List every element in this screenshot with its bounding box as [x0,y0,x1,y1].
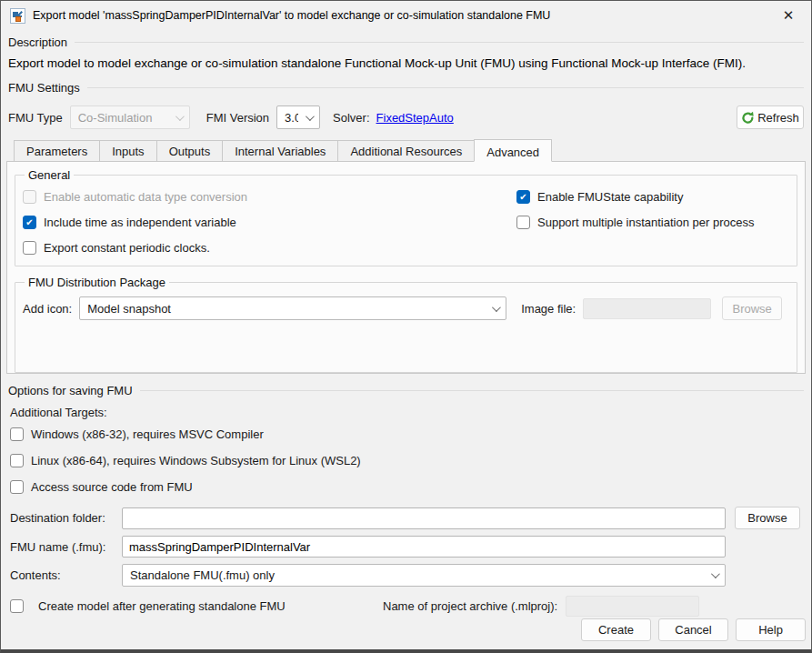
fmu-export-app-icon [10,8,25,24]
add-icon-row: Add icon: Model snapshot Image file: Bro… [23,296,789,320]
checkbox-row-time-independent: Include time as independent variable [23,209,509,235]
fmu-type-label: FMU Type [8,111,63,125]
checkbox-windows-x86-32[interactable] [10,427,24,441]
create-model-row: Create model after generating standalone… [1,596,811,617]
destination-folder-row: Destination folder: Browse [1,507,811,529]
additional-targets-label: Additional Targets: [10,406,811,419]
grid-spacer [516,235,789,260]
refresh-label: Refresh [757,111,799,125]
tab-advanced[interactable]: Advanced [474,139,552,162]
fmu-distribution-groupbox: FMU Distribution Package Add icon: Model… [15,276,797,373]
image-file-input [583,298,711,319]
fmu-name-input[interactable] [122,536,726,558]
checkbox-row-windows-target: Windows (x86-32), requires MSVC Compiler [10,421,811,447]
description-section-header: Description [8,35,804,49]
checkbox-time-independent-variable[interactable] [23,216,36,229]
close-icon[interactable]: ✕ [773,3,804,28]
tab-outputs[interactable]: Outputs [156,140,224,161]
tab-inputs[interactable]: Inputs [99,140,156,161]
checkbox-auto-data-type [23,190,36,204]
saving-options-section-header: Options for saving FMU [8,384,804,397]
add-icon-label: Add icon: [23,302,72,316]
checkbox-label: Enable FMUState capability [537,190,683,204]
general-groupbox: General Enable automatic data type conve… [15,168,797,266]
window-title: Export model 'massSpringDamperPIDInterna… [33,9,550,22]
create-button[interactable]: Create [581,618,651,641]
checkbox-row-multiple-instantiation: Support multiple instantiation per proce… [516,209,789,235]
project-archive-label: Name of project archive (.mlproj): [383,599,557,613]
checkbox-label: Include time as independent variable [44,216,236,229]
solver-label: Solver: [333,111,369,125]
contents-label: Contents: [10,568,122,582]
saving-options-header-label: Options for saving FMU [8,384,133,397]
project-archive-input [566,596,699,617]
chevron-down-icon [175,112,185,121]
footer-button-bar: Create Cancel Help [1,618,811,649]
refresh-button[interactable]: Refresh [737,105,804,129]
additional-targets-list: Windows (x86-32), requires MSVC Compiler… [10,421,811,500]
add-icon-value: Model snapshot [87,302,485,316]
checkbox-fmustate-capability[interactable] [516,190,530,204]
fmu-settings-header-label: FMU Settings [8,81,80,95]
checkbox-row-auto-data-type: Enable automatic data type conversion [23,184,509,209]
create-model-label: Create model after generating standalone… [38,599,286,613]
fmi-version-select[interactable]: 3.0 [276,105,320,129]
settings-tab-bar: Parameters Inputs Outputs Internal Varia… [14,138,806,161]
cancel-button[interactable]: Cancel [658,618,728,641]
fmu-type-select: Co-Simulation [70,105,190,129]
checkbox-row-periodic-clocks: Export constant periodic clocks. [23,235,509,260]
chevron-down-icon [711,569,720,578]
help-button[interactable]: Help [736,618,806,641]
checkbox-label: Access source code from FMU [31,480,193,494]
checkbox-label: Export constant periodic clocks. [44,241,210,255]
contents-select[interactable]: Standalone FMU(.fmu) only [122,564,726,587]
contents-row: Contents: Standalone FMU(.fmu) only [1,564,811,587]
checkbox-label: Windows (x86-32), requires MSVC Compiler [31,427,264,441]
advanced-tab-panel: General Enable automatic data type conve… [6,161,806,374]
divider [75,42,804,43]
tab-parameters[interactable]: Parameters [14,140,100,161]
description-header-label: Description [8,35,67,49]
fmu-distribution-legend: FMU Distribution Package [25,276,169,289]
checkbox-row-linux-target: Linux (x86-64), requires Windows Subsyst… [10,447,811,474]
fmi-version-label: FMI Version [206,111,269,125]
destination-browse-button[interactable]: Browse [735,507,800,529]
browse-label: Browse [733,302,772,316]
checkbox-create-model[interactable] [10,599,24,613]
divider [140,390,804,391]
checkbox-periodic-clocks[interactable] [23,241,36,255]
fmu-name-label: FMU name (.fmu): [10,540,122,554]
checkbox-label: Linux (x86-64), requires Windows Subsyst… [31,454,361,467]
destination-folder-label: Destination folder: [10,511,122,525]
description-text: Export model to model exchange or co-sim… [8,56,804,70]
tab-additional-resources[interactable]: Additional Resources [337,140,475,161]
fmu-type-value: Co-Simulation [78,111,168,125]
checkbox-linux-x86-64[interactable] [10,454,24,467]
create-model-group: Create model after generating standalone… [10,599,383,613]
image-file-browse-button: Browse [722,296,782,320]
checkbox-label: Support multiple instantiation per proce… [537,216,754,229]
contents-value: Standalone FMU(.fmu) only [130,568,704,582]
image-file-label: Image file: [521,302,576,316]
fmi-version-value: 3.0 [285,111,298,125]
fmu-settings-section-header: FMU Settings [8,81,804,95]
destination-folder-input[interactable] [122,507,726,529]
export-fmu-dialog: Export model 'massSpringDamperPIDInterna… [0,0,812,653]
checkbox-row-fmustate: Enable FMUState capability [516,184,789,209]
cancel-button-label: Cancel [675,623,711,637]
fmu-settings-row: FMU Type Co-Simulation FMI Version 3.0 S… [8,105,804,130]
create-button-label: Create [598,623,634,637]
general-checkbox-grid: Enable automatic data type conversion En… [23,184,789,260]
solver-link[interactable]: FixedStepAuto [376,111,454,125]
checkbox-multiple-instantiation[interactable] [516,216,530,229]
checkbox-row-source-code: Access source code from FMU [10,474,811,500]
chevron-down-icon [492,303,501,312]
refresh-icon [741,111,755,125]
add-icon-select[interactable]: Model snapshot [79,296,506,320]
chevron-down-icon [306,112,315,121]
general-legend: General [25,168,74,182]
fmu-name-row: FMU name (.fmu): [1,536,811,558]
tab-internal-variables[interactable]: Internal Variables [222,140,338,161]
title-bar: Export model 'massSpringDamperPIDInterna… [1,1,811,30]
checkbox-access-source-code[interactable] [10,480,24,494]
